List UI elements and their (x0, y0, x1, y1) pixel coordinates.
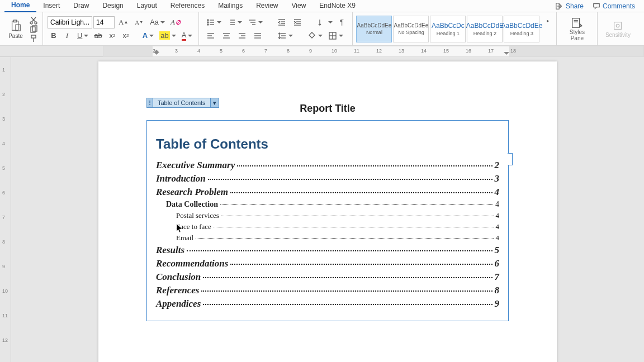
toc-entry[interactable]: Research Problem4 (156, 187, 499, 198)
cut-button[interactable] (29, 16, 38, 24)
toc-entry-page: 8 (495, 285, 500, 296)
toc-entry-text: Appendices (156, 298, 201, 309)
toc-entry-page: 2 (495, 160, 500, 171)
font-color-button[interactable]: A (179, 30, 195, 42)
toc-field-dropdown[interactable]: ▾ (211, 99, 219, 107)
toc-entry[interactable]: Conclusion7 (156, 272, 499, 283)
tab-mailings[interactable]: Mailings (211, 1, 249, 12)
multilevel-list-button[interactable] (245, 16, 264, 28)
svg-marker-49 (309, 32, 315, 38)
toc-entry[interactable]: Recommendations6 (156, 258, 499, 269)
tab-view[interactable]: View (285, 1, 313, 12)
format-painter-button[interactable] (29, 34, 38, 42)
toc-entry-page: 3 (495, 173, 500, 184)
superscript-button[interactable]: x2 (120, 30, 132, 42)
italic-button[interactable]: I (61, 30, 73, 42)
vertical-ruler[interactable]: 123456789101112 (0, 57, 11, 362)
svg-rect-53 (572, 18, 580, 27)
style-heading-3[interactable]: AaBbCcDdEeHeading 3 (504, 16, 539, 42)
toc-entry-text: Recommendations (156, 258, 228, 269)
style-normal[interactable]: AaBbCcDdEeNormal (356, 16, 392, 42)
tab-endnote-x9[interactable]: EndNote X9 (312, 1, 362, 12)
font-size-select[interactable] (93, 16, 115, 28)
bullets-button[interactable] (203, 16, 223, 28)
toc-entry-page: 7 (495, 272, 500, 283)
style-heading-1[interactable]: AaBbCcDcHeading 1 (430, 16, 466, 42)
document-page[interactable]: Table of Contents ▾ Report Title Table o… (98, 61, 557, 362)
toc-entry[interactable]: Executive Summary2 (156, 160, 499, 171)
right-indent-marker[interactable] (504, 52, 509, 57)
align-center-button[interactable] (219, 30, 234, 42)
change-case-button[interactable]: Aa (147, 16, 167, 28)
document-scroll-area[interactable]: Table of Contents ▾ Report Title Table o… (11, 57, 644, 362)
highlight-button[interactable]: ab (157, 30, 177, 42)
sensitivity-group: Sensitivity (598, 12, 638, 45)
styles-more-button[interactable]: ▸ (542, 15, 554, 27)
shading-button[interactable] (305, 30, 324, 42)
toc-entry[interactable]: Data Collection4 (156, 200, 499, 209)
toc-entry[interactable]: Appendices9 (156, 298, 499, 309)
toc-entry-text: Executive Summary (156, 160, 235, 171)
toc-entry-page: 4 (495, 187, 500, 198)
toc-entry-page: 4 (496, 211, 500, 220)
share-button[interactable]: Share (551, 1, 588, 11)
toc-field-handle[interactable]: Table of Contents ▾ (146, 98, 219, 108)
toc-entry[interactable]: Face to face4 (156, 222, 499, 231)
paste-button[interactable]: Paste (4, 15, 27, 44)
text-effects-button[interactable]: A (140, 30, 155, 42)
styles-group: AaBbCcDdEeNormalAaBbCcDdEeNo SpacingAaBb… (353, 12, 557, 45)
font-name-select[interactable] (48, 16, 92, 28)
toc-leader-dots (208, 179, 493, 180)
styles-pane-group: Styles Pane (557, 12, 598, 45)
grip-icon[interactable] (147, 99, 153, 106)
subscript-button[interactable]: x2 (106, 30, 119, 42)
comments-label: Comments (603, 2, 635, 10)
comments-button[interactable]: Comments (588, 1, 640, 11)
numbering-button[interactable] (224, 16, 244, 28)
toc-entry[interactable]: References8 (156, 285, 499, 296)
justify-button[interactable] (250, 30, 265, 42)
styles-pane-button[interactable]: Styles Pane (561, 15, 593, 44)
bold-button[interactable]: B (48, 30, 60, 42)
tab-draw[interactable]: Draw (67, 1, 96, 12)
align-right-button[interactable] (235, 30, 249, 42)
clear-formatting-button[interactable]: A⊘ (168, 16, 184, 28)
strikethrough-button[interactable]: ab (91, 30, 105, 42)
style-heading-2[interactable]: AaBbCcDdEHeading 2 (467, 16, 503, 42)
sensitivity-button[interactable]: Sensitivity (602, 17, 633, 40)
borders-button[interactable] (325, 30, 345, 42)
toc-leader-dots (201, 290, 492, 292)
tab-insert[interactable]: Insert (36, 1, 67, 12)
tab-design[interactable]: Design (96, 1, 130, 12)
toc-leader-dots (230, 192, 493, 193)
show-marks-button[interactable]: ¶ (335, 16, 348, 28)
toc-entry[interactable]: Introduction3 (156, 173, 499, 184)
tab-references[interactable]: References (164, 1, 211, 12)
toc-container[interactable]: Table of Contents Executive Summary2Intr… (146, 120, 509, 321)
style-no-spacing[interactable]: AaBbCcDdEeNo Spacing (393, 16, 429, 42)
toc-entry-page: 9 (495, 298, 500, 309)
copy-button[interactable] (29, 25, 38, 33)
toc-entry-text: Conclusion (156, 272, 201, 283)
toc-leader-dots (221, 216, 494, 216)
ribbon: Paste A▲ A▼ Aa A⊘ B I U ab x2 x2 A ab A (0, 12, 644, 46)
line-spacing-button[interactable] (275, 30, 295, 42)
toc-entry[interactable]: Postal services4 (156, 211, 499, 220)
toc-entry[interactable]: Email4 (156, 234, 499, 242)
decrease-indent-button[interactable] (274, 16, 289, 28)
svg-rect-10 (31, 35, 36, 38)
svg-line-7 (31, 17, 35, 22)
toc-leader-dots (214, 227, 494, 227)
tab-review[interactable]: Review (249, 1, 285, 12)
toc-field-label[interactable]: Table of Contents (153, 98, 211, 107)
horizontal-ruler[interactable]: 23456789101112131415161718 (0, 46, 644, 57)
tab-home[interactable]: Home (4, 0, 36, 12)
grow-font-button[interactable]: A▲ (116, 16, 131, 28)
tab-layout[interactable]: Layout (130, 1, 164, 12)
align-left-button[interactable] (203, 30, 218, 42)
shrink-font-button[interactable]: A▼ (132, 16, 146, 28)
underline-button[interactable]: U (74, 30, 90, 42)
sort-button[interactable] (315, 16, 334, 28)
increase-indent-button[interactable] (290, 16, 305, 28)
toc-entry[interactable]: Results5 (156, 245, 499, 256)
